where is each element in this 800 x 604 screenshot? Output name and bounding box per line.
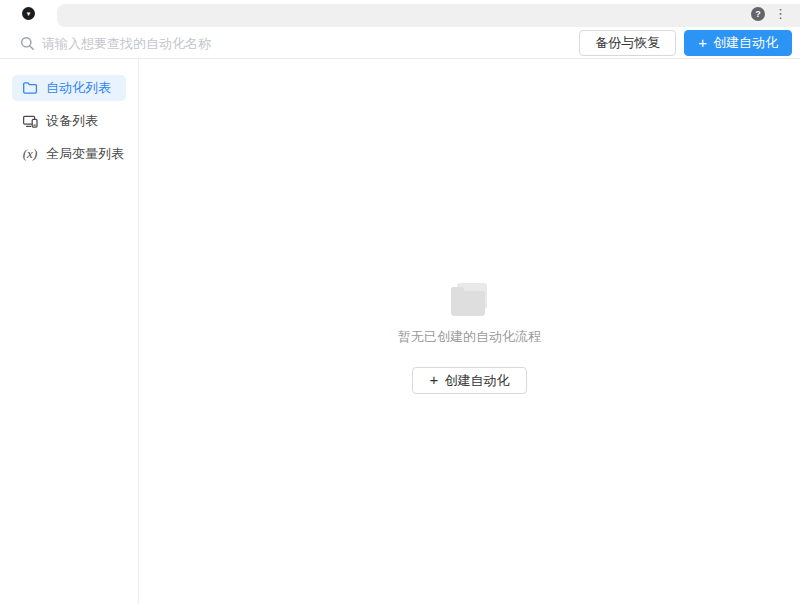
search-icon bbox=[20, 36, 35, 51]
search-input[interactable] bbox=[42, 36, 579, 51]
tab-strip bbox=[57, 4, 800, 27]
titlebar: ▾ ? ⋮ bbox=[0, 0, 800, 28]
sidebar-item-global-variables[interactable]: (x) 全局变量列表 bbox=[12, 141, 126, 167]
empty-create-automation-button[interactable]: + 创建自动化 bbox=[412, 367, 528, 394]
sidebar-item-label: 全局变量列表 bbox=[46, 145, 124, 163]
main-content: 暂无已创建的自动化流程 + 创建自动化 bbox=[139, 59, 800, 604]
create-automation-button[interactable]: + 创建自动化 bbox=[684, 30, 792, 56]
app-tab[interactable]: ▾ bbox=[0, 0, 57, 27]
toolbar: 备份与恢复 + 创建自动化 bbox=[0, 28, 800, 59]
plus-icon: + bbox=[430, 372, 439, 387]
app-body: 自动化列表 设备列表 (x) 全局变量列表 bbox=[0, 59, 800, 604]
devices-icon bbox=[21, 113, 39, 129]
empty-folder-icon bbox=[451, 283, 489, 316]
sidebar: 自动化列表 设备列表 (x) 全局变量列表 bbox=[0, 59, 139, 604]
backup-restore-button[interactable]: 备份与恢复 bbox=[579, 30, 676, 56]
create-automation-label: 创建自动化 bbox=[444, 372, 509, 390]
help-icon[interactable]: ? bbox=[751, 7, 765, 21]
empty-state: 暂无已创建的自动化流程 + 创建自动化 bbox=[139, 283, 800, 394]
sidebar-item-automation-list[interactable]: 自动化列表 bbox=[12, 75, 126, 101]
plus-icon: + bbox=[698, 35, 707, 50]
sidebar-item-label: 自动化列表 bbox=[46, 79, 111, 97]
kebab-menu-icon[interactable]: ⋮ bbox=[774, 6, 787, 22]
variable-icon: (x) bbox=[21, 146, 39, 162]
create-automation-label: 创建自动化 bbox=[713, 34, 778, 52]
sidebar-item-label: 设备列表 bbox=[46, 112, 98, 130]
app-logo-icon: ▾ bbox=[22, 7, 35, 20]
sidebar-item-device-list[interactable]: 设备列表 bbox=[12, 108, 126, 134]
folder-icon bbox=[21, 80, 39, 96]
app-window: ▾ ? ⋮ 备份与恢复 + 创建自动化 bbox=[0, 0, 800, 604]
empty-state-message: 暂无已创建的自动化流程 bbox=[398, 328, 541, 346]
